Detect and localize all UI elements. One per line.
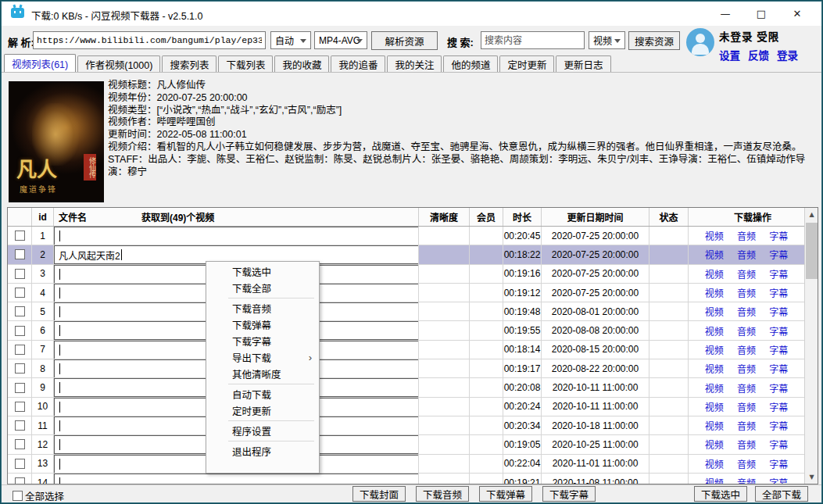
row-check-cell[interactable] (8, 245, 32, 263)
table-row[interactable]: 4 凡人风起天南4 00:19:12 2020-07-25 20:00:00 视… (8, 284, 804, 302)
bottom-button[interactable]: 下载音频 (416, 486, 469, 502)
menu-item[interactable]: 下载选中 › (206, 263, 319, 280)
op-link[interactable]: 音频 (737, 343, 756, 356)
header-id[interactable]: id (32, 208, 54, 226)
table-row[interactable]: 14 凡人风起天南14 00:19:21 2020-11-08 11:00:00… (8, 474, 804, 484)
op-link[interactable]: 字幕 (769, 381, 788, 395)
header-vip[interactable]: 会员 (470, 208, 503, 226)
url-input[interactable] (33, 31, 266, 49)
table-row[interactable]: 13 凡人风起天南13 00:22:04 2020-11-01 11:00:00… (8, 455, 804, 474)
search-type-select[interactable]: 视频 (589, 31, 625, 49)
op-link[interactable]: 视频 (705, 343, 724, 356)
table-row[interactable]: 5 凡人风起天南5 00:19:48 2020-08-01 20:00:00 视… (8, 302, 804, 321)
tab[interactable]: 视频列表(61) (4, 54, 76, 72)
op-link[interactable]: 字幕 (769, 419, 788, 432)
table-row[interactable]: 3 凡人风起天南3 00:19:16 2020-07-25 20:00:00 视… (8, 265, 804, 284)
scroll-down-icon[interactable]: ▼ (805, 470, 818, 484)
mode-select[interactable]: 自动 (270, 31, 311, 49)
header-quality[interactable]: 清晰度 (419, 208, 470, 226)
op-link[interactable]: 视频 (705, 229, 724, 242)
row-check-cell[interactable] (8, 321, 32, 339)
op-link[interactable]: 音频 (737, 362, 756, 375)
filename-edit-input[interactable] (54, 227, 419, 245)
row-check-cell[interactable] (8, 416, 32, 434)
op-link[interactable]: 音频 (737, 476, 756, 484)
op-link[interactable]: 音频 (737, 381, 756, 395)
row-check-cell[interactable] (8, 359, 32, 377)
bottom-button[interactable]: 下载封面 (352, 486, 406, 502)
user-avatar-icon[interactable] (686, 28, 714, 56)
op-link[interactable]: 字幕 (769, 343, 788, 356)
op-link[interactable]: 视频 (705, 438, 724, 451)
bottom-button[interactable]: 全部下载 (755, 486, 808, 502)
menu-item[interactable]: 下载字幕 › (206, 333, 319, 349)
bottom-button[interactable]: 下载选中 (694, 486, 747, 502)
search-input[interactable] (481, 31, 585, 49)
title-bar[interactable]: 下载:0 KB/s - 闪豆视频下载器 - v2.5.1.0 — □ ✕ (2, 2, 821, 26)
table-row[interactable]: 9 凡人风起天南9 00:20:08 2020-10-11 11:00:00 视… (8, 378, 804, 397)
op-link[interactable]: 字幕 (769, 400, 788, 413)
row-check-cell[interactable] (8, 302, 32, 320)
op-link[interactable]: 视频 (705, 305, 724, 318)
table-row[interactable]: 8 凡人风起天南8 00:19:17 2020-08-22 20:00:00 视… (8, 359, 804, 378)
menu-item[interactable]: 下载音频 › (206, 300, 319, 316)
menu-item[interactable]: 退出程序 › (206, 443, 319, 459)
scroll-up-icon[interactable]: ▲ (805, 208, 818, 221)
menu-item[interactable]: 导出下载 › (206, 349, 319, 366)
op-link[interactable]: 音频 (737, 400, 756, 413)
filename-cell[interactable]: 凡人风起天南1 (54, 227, 419, 245)
row-check-cell[interactable] (8, 398, 32, 416)
row-check-cell[interactable] (8, 284, 32, 302)
header-check-cell[interactable] (8, 208, 32, 226)
header-duration[interactable]: 时长 (503, 208, 542, 226)
scrollbar-thumb[interactable] (806, 223, 818, 279)
op-link[interactable]: 视频 (705, 248, 724, 261)
search-resource-button[interactable]: 搜索资源 (628, 31, 680, 50)
op-link[interactable]: 字幕 (769, 438, 788, 451)
row-check-cell[interactable] (8, 378, 32, 396)
table-row[interactable]: 12 凡人风起天南12 00:19:05 2020-10-25 11:00:00… (8, 435, 804, 454)
row-check-cell[interactable] (8, 265, 32, 283)
table-row[interactable]: 6 凡人风起天南6 00:19:55 2020-08-08 20:00:00 视… (8, 321, 804, 340)
op-link[interactable]: 视频 (705, 400, 724, 413)
menu-item[interactable]: 其他清晰度 › (206, 366, 319, 382)
filename-edit-input[interactable] (54, 474, 419, 484)
op-link[interactable]: 字幕 (769, 229, 788, 242)
header-ops[interactable]: 下载操作 (689, 208, 818, 226)
row-check-cell[interactable] (8, 435, 32, 453)
vertical-scrollbar[interactable]: ▲ ▼ (804, 208, 818, 484)
op-link[interactable]: 视频 (705, 324, 724, 338)
filename-cell[interactable]: 凡人风起天南14 (54, 474, 419, 484)
minimize-button[interactable]: — (707, 2, 743, 26)
close-button[interactable]: ✕ (779, 2, 815, 26)
table-row[interactable]: 10 凡人风起天南10 00:20:24 2020-10-11 11:00:00… (8, 398, 804, 416)
row-check-cell[interactable] (8, 227, 32, 245)
table-row[interactable]: 2 凡人风起天南2 00:18:22 2020-07-25 20:00:00 视… (8, 245, 804, 264)
table-row[interactable]: 11 凡人风起天南11 00:20:34 2020-10-18 11:00:00… (8, 416, 804, 435)
op-link[interactable]: 视频 (705, 457, 724, 470)
op-link[interactable]: 字幕 (769, 324, 788, 338)
tab[interactable]: 作者视频(1000) (77, 55, 160, 72)
op-link[interactable]: 视频 (705, 476, 724, 484)
op-link[interactable]: 音频 (737, 267, 756, 281)
row-check-cell[interactable] (8, 474, 32, 484)
op-link[interactable]: 字幕 (769, 248, 788, 261)
header-filename[interactable]: 文件名 获取到(49)个视频 (54, 208, 419, 226)
op-link[interactable]: 音频 (737, 248, 756, 261)
header-updated[interactable]: 更新日期时间 (542, 208, 649, 226)
tab[interactable]: 搜索列表 (162, 55, 216, 72)
op-link[interactable]: 音频 (737, 286, 756, 299)
op-link[interactable]: 视频 (705, 286, 724, 299)
op-link[interactable]: 字幕 (769, 362, 788, 375)
parse-resource-button[interactable]: 解析资源 (371, 31, 438, 50)
tab[interactable]: 更新日志 (556, 55, 610, 72)
op-link[interactable]: 音频 (737, 229, 756, 242)
select-all-checkbox[interactable]: 全部选择 (13, 488, 64, 503)
op-link[interactable]: 视频 (705, 419, 724, 432)
op-link[interactable]: 字幕 (769, 476, 788, 484)
table-row[interactable]: 7 凡人风起天南7 00:18:14 2020-08-15 20:00:00 视… (8, 341, 804, 359)
row-check-cell[interactable] (8, 455, 32, 473)
bottom-button[interactable]: 下载弹幕 (479, 486, 532, 502)
op-link[interactable]: 音频 (737, 419, 756, 432)
op-link[interactable]: 字幕 (769, 305, 788, 318)
